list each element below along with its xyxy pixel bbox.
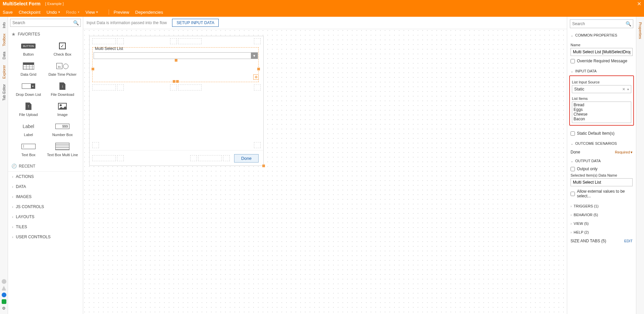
checkbox-input[interactable] — [571, 167, 575, 171]
tool-image[interactable]: Image — [46, 102, 80, 117]
static-default-checkbox[interactable]: Static Default Item(s) — [571, 131, 633, 136]
list-items-box[interactable]: BreadEggsCheeseBacon — [572, 102, 631, 123]
size-and-tabs-link[interactable]: SIZE AND TABS (5) — [571, 239, 606, 243]
clear-icon[interactable]: ✕ — [621, 87, 627, 91]
rail-tab-properties[interactable]: Properties — [638, 19, 643, 42]
done-button[interactable]: Done — [234, 154, 259, 163]
layout-slot[interactable] — [254, 84, 261, 90]
cat-usercontrols[interactable]: ›USER CONTROLS — [8, 232, 83, 242]
cat-data[interactable]: ›DATA — [8, 182, 83, 192]
checkbox-input[interactable] — [571, 192, 575, 196]
layout-slot[interactable] — [223, 155, 230, 161]
menu-separator — [109, 9, 109, 15]
section-help[interactable]: ›HELP (2) — [567, 228, 636, 237]
resize-handle[interactable] — [175, 59, 177, 62]
tool-textbox[interactable]: I Text Box — [11, 142, 46, 157]
layout-slot[interactable] — [170, 84, 177, 90]
tool-filedownload[interactable]: ↓ File Download — [46, 82, 80, 97]
gear-icon[interactable]: ⚙ — [2, 306, 6, 311]
checkbox-input[interactable] — [571, 131, 575, 136]
menu-view[interactable]: View▾ — [86, 10, 98, 15]
form-surface[interactable]: Multi Select List ▼ ✥ — [89, 36, 264, 166]
resize-handle[interactable] — [176, 80, 179, 83]
close-icon[interactable]: ✕ — [637, 1, 641, 7]
tool-button[interactable]: BUTTON Button — [11, 42, 46, 56]
override-required-checkbox[interactable]: Override Required Message — [571, 59, 633, 63]
cat-images[interactable]: ›IMAGES — [8, 192, 83, 202]
tool-fileupload[interactable]: ↑ File Upload — [11, 102, 46, 117]
list-input-source-select[interactable]: Static ✕ ▾ — [572, 85, 631, 93]
properties-search-input[interactable] — [570, 19, 633, 28]
move-handle-icon[interactable]: ✥ — [253, 74, 259, 80]
setup-input-data-button[interactable]: SETUP INPUT DATA — [172, 19, 218, 27]
cat-actions[interactable]: ›ACTIONS — [8, 172, 83, 182]
tool-textboxml[interactable]: Text Box Multi Line — [46, 142, 80, 157]
layout-slot[interactable] — [254, 142, 261, 148]
layout-slot[interactable] — [92, 142, 99, 148]
chevron-down-icon[interactable]: ▾ — [627, 87, 630, 91]
cat-js[interactable]: ›JS CONTROLS — [8, 202, 83, 212]
menu-redo[interactable]: Redo▾ — [66, 10, 79, 15]
chevron-down-icon: ▾ — [96, 10, 98, 14]
resize-handle[interactable] — [173, 80, 175, 83]
layout-slot[interactable] — [117, 38, 124, 44]
rail-tab-info[interactable]: Info — [1, 19, 7, 31]
section-output[interactable]: ⌄OUTPUT DATA — [567, 156, 636, 165]
tool-datetime[interactable]: 31 Date Time Picker — [46, 62, 80, 76]
rail-tab-explorer[interactable]: Explorer — [1, 62, 7, 81]
section-input-data[interactable]: ⌄INPUT DATA — [567, 67, 636, 75]
section-common[interactable]: ⌄COMMON PROPERTIES — [567, 31, 636, 40]
selected-name-label: Selected Item(s) Data Name — [571, 173, 633, 177]
layout-slot[interactable] — [190, 155, 197, 161]
menu-checkpoint[interactable]: Checkpoint — [19, 10, 41, 15]
menu-dependencies[interactable]: Dependencies — [135, 10, 163, 15]
rail-tab-toolbox[interactable]: Toolbox — [1, 31, 7, 49]
layout-slot[interactable] — [178, 84, 202, 90]
outcome-required-dropdown[interactable]: Required▾ — [615, 150, 633, 154]
tool-label[interactable]: Label Label — [11, 122, 46, 137]
resize-handle[interactable] — [257, 68, 260, 70]
layout-slot[interactable] — [198, 155, 222, 161]
selected-name-input[interactable] — [571, 178, 633, 186]
cat-tiles[interactable]: ›TILES — [8, 222, 83, 232]
rail-tab-data[interactable]: Data — [1, 49, 7, 62]
name-input[interactable] — [571, 48, 633, 56]
list-item[interactable]: Bread — [574, 103, 630, 107]
rail-tab-tabeditor[interactable]: Tab Editor — [1, 81, 7, 104]
cat-layouts[interactable]: ›LAYOUTS — [8, 212, 83, 222]
design-canvas[interactable]: Multi Select List ▼ ✥ — [83, 29, 567, 314]
layout-slot[interactable] — [92, 155, 116, 161]
menu-save[interactable]: Save — [3, 10, 13, 15]
allow-external-checkbox[interactable]: Allow external values to be select... — [571, 189, 633, 198]
section-outcome[interactable]: ⌄OUTCOME SCENARIOS — [567, 139, 636, 148]
layout-slot[interactable] — [117, 84, 124, 90]
layout-slot[interactable] — [92, 84, 116, 90]
tool-label: Text Box Multi Line — [47, 153, 78, 157]
section-triggers[interactable]: ›TRIGGERS (1) — [567, 202, 636, 210]
list-item[interactable]: Eggs — [574, 107, 630, 112]
layout-slot[interactable] — [170, 38, 177, 44]
form-resize-handle[interactable] — [262, 165, 265, 167]
resize-handle[interactable] — [92, 68, 94, 70]
edit-link[interactable]: EDIT — [624, 239, 633, 243]
section-view[interactable]: ›VIEW (5) — [567, 219, 636, 228]
layout-slot[interactable] — [178, 38, 202, 44]
tool-dropdown[interactable]: ▾ Drop Down List — [11, 82, 46, 97]
output-only-checkbox[interactable]: Output only — [571, 167, 633, 171]
name-label: Name — [571, 43, 633, 47]
layout-slot[interactable] — [92, 38, 116, 44]
tool-numberbox[interactable]: 999 Number Box — [46, 122, 80, 137]
section-behavior[interactable]: ›BEHAVIOR (5) — [567, 210, 636, 219]
chat-icon[interactable] — [2, 293, 6, 297]
menu-undo[interactable]: Undo▾ — [47, 10, 60, 15]
list-item[interactable]: Bacon — [574, 117, 630, 121]
layout-slot[interactable] — [254, 38, 261, 44]
toolbox-search-input[interactable] — [10, 19, 81, 27]
list-item[interactable]: Cheese — [574, 112, 630, 117]
tool-checkbox[interactable]: ✓ Check Box — [46, 42, 80, 56]
layout-slot[interactable] — [117, 155, 124, 161]
menu-preview[interactable]: Preview — [114, 10, 129, 15]
cat-label: JS CONTROLS — [16, 204, 44, 209]
checkbox-input[interactable] — [571, 59, 575, 63]
tool-datagrid[interactable]: Data Grid — [11, 62, 46, 76]
